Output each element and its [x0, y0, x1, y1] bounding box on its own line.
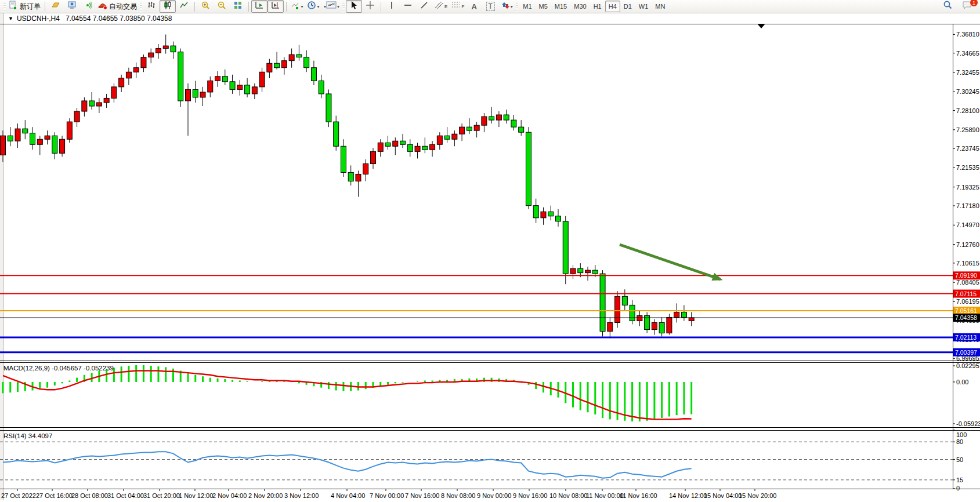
- candle-body: [60, 139, 65, 153]
- chart-shift-button[interactable]: [267, 0, 284, 13]
- bar-chart-icon: [147, 1, 156, 12]
- candlestick-chart-button[interactable]: [160, 0, 176, 13]
- candle-body: [659, 322, 664, 333]
- candle-body: [171, 46, 176, 52]
- cursor-icon: [349, 1, 359, 12]
- candle-body: [430, 144, 435, 150]
- candle-body: [304, 57, 309, 68]
- search-button[interactable]: [939, 0, 956, 13]
- pane-borders: [0, 24, 980, 489]
- axis-label: 7.00397: [955, 349, 977, 356]
- axis-label: 0: [956, 485, 960, 492]
- trendline-button[interactable]: [416, 0, 432, 13]
- candle-body: [548, 212, 554, 216]
- candle-body: [126, 72, 131, 78]
- candle-body: [186, 89, 191, 101]
- axis-label: 11 Nov 16:00: [620, 492, 657, 499]
- text-button[interactable]: A: [466, 0, 482, 13]
- candle-body: [259, 72, 265, 87]
- tile-windows-icon: [233, 1, 243, 12]
- new-order-button[interactable]: 新订单: [7, 0, 42, 13]
- new-order-icon: [9, 1, 18, 12]
- candle-body: [689, 318, 694, 321]
- axis-label: 80: [956, 438, 963, 445]
- axis-label: 7.12760: [956, 241, 979, 248]
- candle-body: [630, 305, 635, 321]
- candle-body: [74, 111, 79, 122]
- toolbar-grip: [516, 2, 518, 12]
- separator: [286, 2, 287, 12]
- line-chart-button[interactable]: [176, 0, 192, 13]
- candle-body: [652, 322, 657, 329]
- zoom-in-button[interactable]: [197, 0, 214, 13]
- add-indicator-button[interactable]: ▾: [289, 0, 305, 13]
- vertical-line-button[interactable]: [384, 0, 400, 13]
- chart-shift-marker[interactable]: [758, 24, 765, 28]
- timeframe-button-M15[interactable]: M15: [551, 1, 570, 12]
- text-label-button[interactable]: T: [482, 0, 498, 13]
- horizontal-line-objects[interactable]: [0, 275, 953, 352]
- channel-letter: E: [444, 4, 447, 9]
- candle-body: [208, 81, 213, 92]
- arrows-button[interactable]: ▾: [498, 0, 515, 13]
- rsi-pane: RSI(14) 34.40971008050150: [0, 430, 967, 492]
- templates-button[interactable]: ▾ ▾: [321, 0, 341, 13]
- timeframe-button-MN[interactable]: MN: [652, 1, 668, 12]
- horizontal-line-button[interactable]: [400, 0, 416, 13]
- channel-icon: [434, 1, 444, 12]
- candle-body: [378, 143, 383, 151]
- equidistant-channel-button[interactable]: E: [432, 0, 449, 13]
- terminal-button[interactable]: [64, 0, 80, 13]
- tile-windows-button[interactable]: [230, 0, 246, 13]
- clock-icon: [307, 1, 316, 12]
- candle-body: [23, 129, 28, 133]
- candle-body: [311, 68, 316, 81]
- chart-canvas[interactable]: 7.368107.346657.324557.302457.281007.258…: [0, 13, 980, 502]
- autotrading-icon: [98, 1, 107, 12]
- cursor-button[interactable]: [346, 0, 362, 13]
- add-indicator-icon: [291, 1, 300, 12]
- periods-button[interactable]: ▾: [305, 0, 321, 13]
- candle-body: [178, 52, 183, 101]
- axis-label: 7.09190: [955, 272, 977, 279]
- macd-pane: MACD(12,26,9) -0.045657 -0.0522390.02295…: [3, 362, 980, 427]
- candle-body: [356, 174, 361, 181]
- profile-button[interactable]: [48, 0, 64, 13]
- candle-body: [622, 296, 627, 305]
- chevron-down-icon: ▾: [301, 4, 303, 9]
- candle-body: [267, 63, 272, 72]
- axis-label: 7.25890: [956, 126, 979, 133]
- axis-label: 0.022957: [956, 362, 980, 369]
- signals-button[interactable]: [80, 0, 96, 13]
- timeframe-button-M5[interactable]: M5: [536, 1, 551, 12]
- candle-body: [15, 129, 20, 141]
- notifications-button[interactable]: 1: [959, 0, 975, 13]
- timeframe-button-H1[interactable]: H1: [590, 1, 605, 12]
- axis-label: 27 Oct 2022: [1, 492, 36, 499]
- axis-label: 1 Nov 12:00: [179, 492, 213, 499]
- timeframe-button-W1[interactable]: W1: [635, 1, 652, 12]
- candle-body: [1, 136, 6, 155]
- timeframe-button-H4[interactable]: H4: [605, 1, 620, 12]
- zoom-out-button[interactable]: [214, 0, 230, 13]
- toolbar-grip: [3, 2, 6, 12]
- axis-label: 14 Nov 12:00: [669, 492, 707, 499]
- auto-scroll-button[interactable]: [251, 0, 267, 13]
- trendline-icon: [420, 1, 429, 12]
- chevron-down-icon: ▾: [317, 4, 319, 9]
- arrows-icon: [501, 1, 510, 12]
- timeframe-button-D1[interactable]: D1: [620, 1, 635, 12]
- rsi-line: [3, 452, 692, 478]
- timeframe-button-M1[interactable]: M1: [519, 1, 535, 12]
- crosshair-button[interactable]: [362, 0, 378, 13]
- candle-body: [237, 85, 243, 90]
- line-chart-icon: [179, 1, 189, 12]
- bar-chart-button[interactable]: [143, 0, 160, 13]
- candle-body: [533, 206, 538, 218]
- timeframe-button-M30[interactable]: M30: [570, 1, 590, 12]
- candlestick-chart-icon: [163, 1, 172, 12]
- autotrading-button[interactable]: 自动交易: [96, 0, 139, 13]
- axis-label: 7.17180: [956, 202, 979, 209]
- axis-label: 7.06195: [956, 298, 979, 305]
- fibonacci-button[interactable]: F: [449, 0, 466, 13]
